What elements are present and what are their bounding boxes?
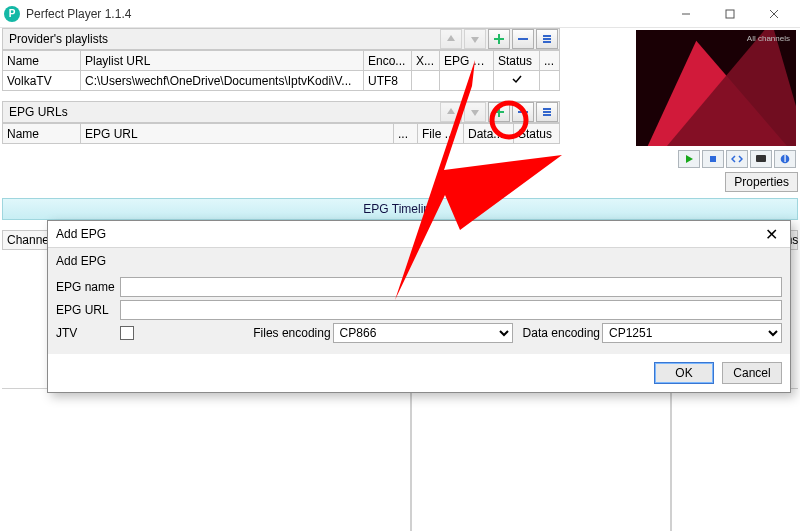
minimize-button[interactable] <box>664 0 708 28</box>
svg-rect-8 <box>543 38 551 40</box>
col-more[interactable]: ... <box>394 124 418 144</box>
svg-rect-9 <box>543 41 551 43</box>
files-encoding-select[interactable]: CP866 <box>333 323 513 343</box>
add-epg-dialog: Add EPG ✕ Add EPG EPG name EPG URL JTV F… <box>47 220 791 393</box>
epg-header: EPG URLs <box>2 101 560 123</box>
svg-rect-14 <box>543 111 551 113</box>
svg-rect-17 <box>756 155 766 162</box>
epg-url-label: EPG URL <box>56 303 120 317</box>
epg-timeline-bar[interactable]: EPG Timeline <box>2 198 798 220</box>
jtv-checkbox[interactable] <box>120 326 134 340</box>
epg-add-button[interactable] <box>488 102 510 122</box>
col-status[interactable]: Status <box>514 124 560 144</box>
svg-rect-11 <box>494 111 504 113</box>
col-data[interactable]: Data... <box>464 124 514 144</box>
data-encoding-label: Data encoding <box>523 326 600 340</box>
ok-button[interactable]: OK <box>654 362 714 384</box>
col-name[interactable]: Name <box>3 124 81 144</box>
maximize-button[interactable] <box>708 0 752 28</box>
playlist-down-button[interactable] <box>464 29 486 49</box>
playlist-up-button[interactable] <box>440 29 462 49</box>
play-button[interactable] <box>678 150 700 168</box>
playlist-menu-button[interactable] <box>536 29 558 49</box>
window-title: Perfect Player 1.1.4 <box>26 7 131 21</box>
svg-rect-12 <box>518 111 528 113</box>
playlists-header: Provider's playlists <box>2 28 560 50</box>
col-status[interactable]: Status <box>494 51 540 71</box>
cell-x[interactable] <box>412 71 440 91</box>
dialog-titlebar: Add EPG ✕ <box>48 221 790 247</box>
playlist-add-button[interactable] <box>488 29 510 49</box>
svg-rect-15 <box>543 114 551 116</box>
cell-epgn[interactable] <box>440 71 494 91</box>
playlists-table[interactable]: Name Playlist URL Enco... X... EPG n... … <box>2 50 560 91</box>
epg-up-button[interactable] <box>440 102 462 122</box>
stop-button[interactable] <box>702 150 724 168</box>
table-header-row: Name EPG URL ... File ... Data... Status <box>3 124 560 144</box>
col-file[interactable]: File ... <box>418 124 464 144</box>
svg-rect-1 <box>726 10 734 18</box>
dialog-title: Add EPG <box>56 227 106 241</box>
info-button[interactable]: i <box>774 150 796 168</box>
table-row[interactable]: VolkaTV C:\Users\wechf\OneDrive\Document… <box>3 71 560 91</box>
epg-label: EPG URLs <box>3 103 439 121</box>
epg-table[interactable]: Name EPG URL ... File ... Data... Status <box>2 123 560 144</box>
channel-col[interactable]: Channel <box>2 230 48 250</box>
cell-more[interactable] <box>540 71 560 91</box>
col-name[interactable]: Name <box>3 51 81 71</box>
col-x[interactable]: X... <box>412 51 440 71</box>
epg-name-input[interactable] <box>120 277 782 297</box>
col-url[interactable]: Playlist URL <box>81 51 364 71</box>
code-button[interactable] <box>726 150 748 168</box>
playlists-label: Provider's playlists <box>3 30 439 48</box>
svg-rect-5 <box>494 38 504 40</box>
close-button[interactable] <box>752 0 796 28</box>
files-encoding-label: Files encoding <box>253 326 330 340</box>
epg-down-button[interactable] <box>464 102 486 122</box>
cell-name[interactable]: VolkaTV <box>3 71 81 91</box>
cell-url[interactable]: C:\Users\wechf\OneDrive\Documents\IptvKo… <box>81 71 364 91</box>
svg-rect-13 <box>543 108 551 110</box>
cell-enco[interactable]: UTF8 <box>364 71 412 91</box>
dialog-subtitle: Add EPG <box>56 252 782 274</box>
jtv-label: JTV <box>56 326 120 340</box>
cancel-button[interactable]: Cancel <box>722 362 782 384</box>
table-header-row: Name Playlist URL Enco... X... EPG n... … <box>3 51 560 71</box>
app-icon: P <box>4 6 20 22</box>
epg-name-label: EPG name <box>56 280 120 294</box>
col-more[interactable]: ... <box>540 51 560 71</box>
checkmark-icon <box>511 73 523 85</box>
title-bar: P Perfect Player 1.1.4 <box>0 0 800 28</box>
monitor-button[interactable] <box>750 150 772 168</box>
epg-url-input[interactable] <box>120 300 782 320</box>
svg-text:i: i <box>784 154 787 164</box>
properties-button[interactable]: Properties <box>725 172 798 192</box>
dialog-close-button[interactable]: ✕ <box>761 225 782 244</box>
epg-remove-button[interactable] <box>512 102 534 122</box>
data-encoding-select[interactable]: CP1251 <box>602 323 782 343</box>
svg-rect-16 <box>710 156 716 162</box>
preview-controls: i <box>636 150 796 168</box>
col-epgn[interactable]: EPG n... <box>440 51 494 71</box>
svg-rect-6 <box>518 38 528 40</box>
preview-pane: All channels <box>636 30 796 146</box>
cell-status[interactable] <box>494 71 540 91</box>
svg-rect-7 <box>543 35 551 37</box>
col-url[interactable]: EPG URL <box>81 124 394 144</box>
playlist-remove-button[interactable] <box>512 29 534 49</box>
epg-menu-button[interactable] <box>536 102 558 122</box>
preview-caption: All channels <box>747 34 790 43</box>
col-enco[interactable]: Enco... <box>364 51 412 71</box>
